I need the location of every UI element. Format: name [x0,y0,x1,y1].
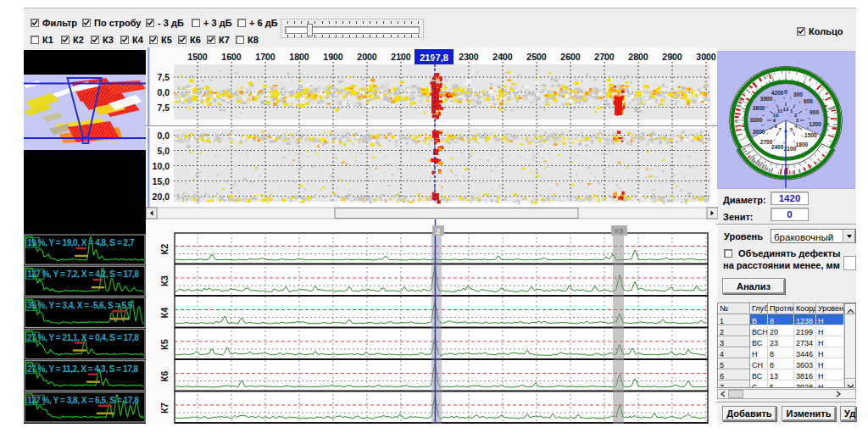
svg-text:1600: 1600 [221,52,242,62]
svg-text:К3: К3 [159,275,170,286]
svg-text:2000: 2000 [357,52,377,62]
svg-text:12: 12 [783,106,789,112]
svg-text:1900: 1900 [323,52,343,62]
svg-text:2700: 2700 [760,139,773,145]
svg-text:3600: 3600 [753,105,765,111]
svg-text:5: 5 [790,126,793,132]
svg-text:К4: К4 [159,307,170,319]
svg-text:10,0: 10,0 [153,161,170,171]
svg-text:2: 2 [436,226,440,236]
svg-text:19 %, Y = 19,0, X = 4,8, S = 2: 19 %, Y = 19,0, X = 4,8, S = 2,7 [27,238,135,247]
svg-text:0: 0 [784,89,787,95]
svg-text:1200: 1200 [809,121,821,127]
svg-text:4200: 4200 [771,90,784,96]
svg-text:27 %, Y = 21,1, X = 0,4, S = 1: 27 %, Y = 21,1, X = 0,4, S = 17,8 [27,333,139,342]
svg-text:1800: 1800 [796,142,809,147]
svg-text:900: 900 [810,109,819,115]
svg-text:3000: 3000 [753,129,765,135]
svg-text:К2: К2 [159,244,170,255]
svg-text:3300: 3300 [750,117,763,123]
svg-text:7,5: 7,5 [157,103,170,113]
svg-text:2700: 2700 [594,52,615,62]
svg-text:127 %, Y = 3,8, X = 6,5, S = 1: 127 %, Y = 3,8, X = 6,5, S = 17,8 [27,396,139,405]
svg-text:0,0: 0,0 [157,130,170,141]
svg-text:20,0: 20,0 [153,192,170,202]
svg-text:К5: К5 [159,339,170,350]
svg-text:8: 8 [775,123,778,129]
svg-text:2600: 2600 [560,52,581,62]
svg-text:1800: 1800 [289,52,309,62]
svg-text:127 %, Y = 7,2, X = 4,2, S = 1: 127 %, Y = 7,2, X = 4,2, S = 17,8 [27,269,139,279]
svg-text:39 %, Y = 3,4, X = -5,6, S = 5: 39 %, Y = 3,4, X = -5,6, S = 5,5 [27,301,133,310]
svg-text:1700: 1700 [255,52,275,62]
svg-text:600: 600 [804,98,813,104]
svg-text:15,0: 15,0 [153,176,170,186]
svg-text:3000: 3000 [696,52,716,62]
svg-text:#3: #3 [615,226,624,236]
svg-text:4: 4 [794,123,798,129]
svg-text:2197,8: 2197,8 [420,53,448,63]
svg-text:К7: К7 [159,402,170,414]
svg-text:7,5: 7,5 [157,72,170,82]
svg-text:27 %, Y = 11,2, X = 4,3, S = 1: 27 %, Y = 11,2, X = 4,3, S = 17,8 [27,364,139,374]
svg-text:2800: 2800 [628,52,648,62]
svg-text:11: 11 [777,108,783,114]
svg-text:2300: 2300 [459,52,479,62]
svg-text:1: 1 [790,108,793,114]
svg-text:2400: 2400 [492,52,513,62]
svg-text:2500: 2500 [526,52,547,62]
svg-text:5,0: 5,0 [157,146,170,156]
svg-text:2900: 2900 [662,52,682,62]
svg-text:300: 300 [793,92,803,97]
svg-text:К6: К6 [159,371,170,382]
svg-text:1500: 1500 [804,132,817,138]
svg-text:9: 9 [773,117,776,123]
svg-text:3900: 3900 [760,96,773,102]
svg-text:2100: 2100 [391,52,411,62]
svg-text:7: 7 [778,126,782,132]
svg-text:0,0: 0,0 [157,87,170,97]
svg-text:1500: 1500 [187,52,208,62]
svg-text:2400: 2400 [771,144,784,150]
